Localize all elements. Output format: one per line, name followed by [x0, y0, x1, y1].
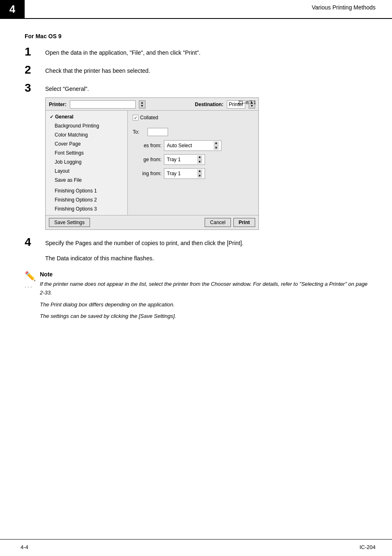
sidebar-item-job-logging[interactable]: Job Logging — [48, 158, 125, 167]
note-line-1: If the printer name does not appear in t… — [40, 280, 371, 297]
cancel-button[interactable]: Cancel — [205, 218, 231, 227]
step-1-text: Open the data in the application, "File"… — [45, 48, 371, 57]
dialog-top-bar: Printer: ▲ ▼ Destination: Printer ▲ ▼ — [46, 98, 258, 111]
sidebar-item-layout[interactable]: Layout — [48, 167, 125, 176]
step-1-number: 1 — [25, 46, 45, 58]
sidebar-item-general[interactable]: General — [48, 112, 125, 121]
dialog-body: General Background Printing Color Matchi… — [46, 111, 258, 215]
finishing-section: Finishing Options 1 Finishing Options 2 … — [48, 186, 125, 213]
print-from-stepper[interactable]: ▲▼ — [197, 169, 202, 178]
pages-from-row: es from: Auto Select ▲▼ — [133, 140, 254, 151]
step-3-number: 3 — [25, 82, 45, 94]
collated-checkbox-label: ✓ Collated — [133, 114, 158, 121]
collated-checkbox[interactable]: ✓ — [133, 115, 138, 120]
note-heading: Note — [40, 271, 371, 278]
note-line-2: The Print dialog box differs depending o… — [40, 301, 371, 309]
save-settings-button[interactable]: Save Settings — [49, 218, 90, 227]
print-from-value: Tray 1 — [167, 170, 181, 177]
dialog-main-area: ✓ Collated To: es from: — [128, 111, 258, 215]
bottom-rule — [0, 539, 392, 540]
range-from-dropdown[interactable]: Tray 1 ▲▼ — [164, 154, 205, 165]
main-content: For Mac OS 9 1 Open the data in the appl… — [0, 25, 392, 349]
footer-left: 4-4 — [21, 544, 28, 550]
subsection-heading: For Mac OS 9 — [25, 33, 371, 39]
sidebar-item-font-settings[interactable]: Font Settings — [48, 148, 125, 158]
step-4-number: 4 — [25, 236, 45, 248]
destination-label: Destination: — [195, 101, 223, 108]
range-from-stepper[interactable]: ▲▼ — [197, 155, 202, 164]
note-dots: ... — [25, 283, 36, 288]
step-4-subtext: The Data indicator of this machine flash… — [45, 254, 371, 263]
pages-from-label: es from: — [133, 142, 161, 149]
sidebar-item-background-printing[interactable]: Background Printing — [48, 121, 125, 130]
step-3: 3 Select "General". Z1–8.7.1 Printer: ▲ … — [25, 84, 371, 230]
dialog-version: Z1–8.7.1 — [238, 99, 256, 106]
top-rule — [0, 18, 392, 19]
sidebar-item-color-matching[interactable]: Color Matching — [48, 130, 125, 139]
collated-row: ✓ Collated — [133, 114, 254, 121]
page-number: 4 — [9, 3, 15, 16]
sidebar-item-save-as-file[interactable]: Save as File — [48, 176, 125, 185]
print-from-dropdown[interactable]: Tray 1 ▲▼ — [164, 168, 205, 179]
step-4: 4 Specify the Pages and the number of co… — [25, 238, 371, 263]
pages-from-dropdown[interactable]: Auto Select ▲▼ — [164, 140, 221, 151]
print-from-row: ing from: Tray 1 ▲▼ — [133, 168, 254, 179]
print-dialog: Z1–8.7.1 Printer: ▲ ▼ Destination: Print… — [45, 97, 259, 230]
step-4-text: Specify the Pages and the number of copi… — [45, 239, 371, 248]
note-icon-area: ✏️ ... — [25, 271, 36, 289]
range-from-row: ge from: Tray 1 ▲▼ — [133, 154, 254, 165]
step-2-text: Check that the printer has been selected… — [45, 66, 371, 75]
step-2-number: 2 — [25, 64, 45, 76]
printer-stepper[interactable]: ▲ ▼ — [139, 100, 145, 109]
step-1: 1 Open the data in the application, "Fil… — [25, 48, 371, 58]
sidebar-item-finishing-2[interactable]: Finishing Options 2 — [48, 195, 125, 204]
range-from-value: Tray 1 — [167, 156, 181, 163]
printer-label: Printer: — [49, 101, 67, 108]
copies-input[interactable] — [148, 128, 168, 136]
sidebar-item-finishing-1[interactable]: Finishing Options 1 — [48, 186, 125, 195]
printer-input[interactable] — [70, 100, 136, 109]
note-section: ✏️ ... Note If the printer name does not… — [25, 271, 371, 324]
step-4-content: Specify the Pages and the number of copi… — [45, 238, 371, 263]
copies-row: To: — [133, 128, 254, 136]
note-body: Note If the printer name does not appear… — [40, 271, 371, 324]
section-title: Various Printing Methods — [312, 4, 376, 11]
range-from-label: ge from: — [133, 156, 161, 163]
sidebar-item-finishing-3[interactable]: Finishing Options 3 — [48, 204, 125, 213]
print-button[interactable]: Print — [233, 218, 255, 227]
step-3-text: Select "General". — [45, 86, 89, 92]
step-3-content: Select "General". Z1–8.7.1 Printer: ▲ ▼ … — [45, 84, 371, 230]
pages-from-value: Auto Select — [167, 142, 192, 149]
collated-label: Collated — [140, 114, 158, 121]
print-from-label: ing from: — [133, 170, 161, 177]
copies-label: To: — [133, 128, 145, 136]
note-line-3: The settings can be saved by clicking th… — [40, 312, 371, 321]
pages-from-stepper[interactable]: ▲▼ — [214, 141, 219, 150]
dialog-footer: Save Settings Cancel Print — [46, 215, 258, 229]
sidebar-item-cover-page[interactable]: Cover Page — [48, 139, 125, 148]
page-tab: 4 — [0, 0, 25, 18]
pencil-icon: ✏️ — [25, 271, 36, 282]
footer-right: IC-204 — [360, 544, 376, 550]
step-2: 2 Check that the printer has been select… — [25, 66, 371, 76]
dialog-sidebar: General Background Printing Color Matchi… — [46, 111, 128, 215]
